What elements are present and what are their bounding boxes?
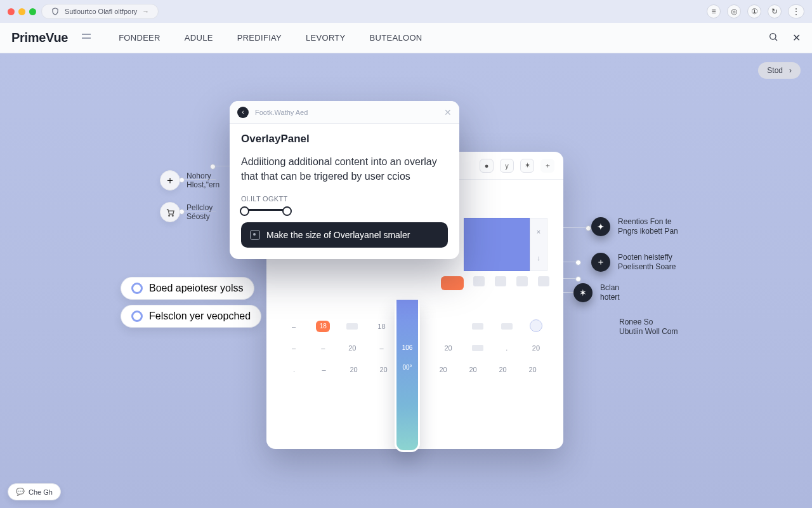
download-icon[interactable]: ↓ (530, 244, 547, 271)
svg-point-0 (770, 33, 776, 39)
nav-item[interactable]: BUTEALOON (370, 33, 422, 43)
size-slider[interactable] (241, 209, 448, 211)
radio-icon (131, 283, 143, 294)
icon-row (473, 276, 549, 286)
nav-item[interactable]: PREDIFIAY (237, 33, 282, 43)
tool-y[interactable]: y (500, 159, 514, 173)
nav-item[interactable]: ADULE (185, 33, 213, 43)
reload-icon[interactable]: → (142, 8, 149, 15)
event-block[interactable] (464, 218, 530, 271)
option-pill[interactable]: Boed apeiotesr yolss (121, 277, 254, 300)
close-icon[interactable]: × (530, 218, 547, 244)
plus-icon: ＋ (160, 170, 180, 190)
logo[interactable]: PrimeVue (11, 30, 68, 45)
site-header: PrimeVue FONDEER ADULE PREDIFIAY LEVORTY… (0, 23, 812, 53)
nav-item[interactable]: LEVORTY (306, 33, 346, 43)
connector (213, 166, 232, 166)
callout: ✶ Bclanhotert (573, 283, 620, 302)
shield-icon (51, 7, 60, 16)
refresh-icon[interactable]: ↻ (768, 4, 782, 18)
option-pill[interactable]: Felsclon yer veopched (121, 305, 261, 328)
feature-item: PellcloySéosty (160, 202, 213, 222)
nav-item[interactable]: FONDEER (119, 33, 160, 43)
stod-label: Stod (767, 66, 783, 75)
overlay-description: Addiitiong additional content into an ov… (241, 154, 448, 184)
top-right-pill[interactable]: Stod › (758, 62, 801, 79)
option-label: Boed apeiotesr yolss (149, 283, 244, 294)
chevron-icon[interactable]: ‹ (237, 107, 249, 118)
event-chip[interactable] (441, 276, 464, 290)
star-icon: ✦ (591, 217, 610, 236)
callout-text: Ronee SoUbutiin Woll Com (619, 318, 678, 337)
svg-point-1 (168, 215, 169, 216)
gradient-column: 106 00° (395, 300, 420, 452)
url-bar[interactable]: Sutlourtco Olafl oltfpory → (41, 4, 159, 19)
close-icon[interactable]: ✕ (792, 32, 801, 44)
overlay-sublabel: Ol.ILT OGKTT (241, 195, 448, 203)
tool-add[interactable]: ＋ (540, 159, 554, 173)
info-icon[interactable]: ① (747, 4, 761, 18)
nav-links: FONDEER ADULE PREDIFIAY LEVORTY BUTEALOO… (119, 33, 422, 43)
hero-canvas: Stod › ＋ NohoryHlost,"ern PellcloySéosty… (0, 53, 812, 508)
chat-label: Che Gh (29, 488, 53, 496)
chat-button[interactable]: 💬 Che Gh (8, 483, 61, 500)
menu-icon[interactable]: ≡ (707, 4, 721, 18)
search-icon[interactable] (768, 32, 778, 44)
callout: ✦ Reentios Fon tePngrs ikobett Pan (591, 217, 678, 236)
chevron-right-icon: › (789, 66, 792, 75)
overlay-cta[interactable]: Make the size of Overlayanel smaler (241, 222, 448, 248)
browser-actions: ≡ ◎ ① ↻ ⋮ (707, 4, 804, 18)
overlay-cta-label: Make the size of Overlayanel smaler (266, 230, 410, 240)
overlay-title: OverlayPanel (241, 133, 448, 145)
date-ring[interactable] (530, 319, 542, 332)
tool-bold[interactable]: ● (480, 159, 494, 173)
star-icon: ✶ (573, 283, 593, 302)
connector (563, 278, 579, 279)
overlay-header: ‹ Footk.Wathy Aed ✕ (230, 101, 459, 124)
overlay-chip: Footk.Wathy Aed (255, 109, 308, 116)
url-text: Sutlourtco Olafl oltfpory (65, 8, 137, 15)
checkbox-icon (250, 230, 260, 240)
window-controls[interactable] (8, 8, 36, 15)
chat-icon: 💬 (16, 488, 25, 496)
target-icon[interactable]: ◎ (727, 4, 741, 18)
tool-x[interactable]: ✶ (520, 159, 534, 173)
svg-point-2 (172, 215, 173, 216)
overlay-panel: ‹ Footk.Wathy Aed ✕ OverlayPanel Addiiti… (230, 101, 459, 259)
feature-item: ＋ NohoryHlost,"ern (160, 170, 219, 190)
cart-icon (160, 202, 180, 222)
radio-icon (131, 311, 143, 322)
option-label: Felsclon yer veopched (149, 311, 251, 322)
more-icon[interactable]: ⋮ (788, 4, 804, 18)
connector (563, 227, 589, 228)
hamburger-icon[interactable] (82, 34, 93, 43)
connector (563, 262, 579, 262)
plus-icon: ＋ (591, 253, 610, 272)
callout: ＋ Pooten heisteffyPoelisenth Soare (591, 253, 676, 272)
event-controls: × ↓ (530, 218, 547, 271)
browser-chrome: Sutlourtco Olafl oltfpory → ≡ ◎ ① ↻ ⋮ (0, 0, 812, 23)
close-icon[interactable]: ✕ (444, 107, 452, 117)
